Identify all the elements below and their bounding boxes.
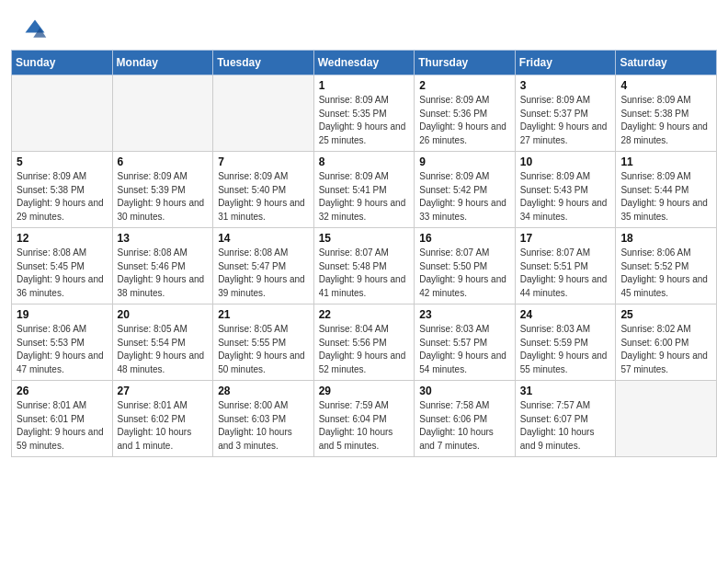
day-info: Sunrise: 8:09 AMSunset: 5:44 PMDaylight:…	[620, 170, 711, 224]
calendar-cell: 17Sunrise: 8:07 AMSunset: 5:51 PMDayligh…	[515, 228, 616, 304]
calendar-cell: 18Sunrise: 8:06 AMSunset: 5:52 PMDayligh…	[616, 228, 717, 304]
calendar-cell: 12Sunrise: 8:08 AMSunset: 5:45 PMDayligh…	[12, 228, 113, 304]
calendar-cell	[112, 75, 213, 152]
calendar-cell: 13Sunrise: 8:08 AMSunset: 5:46 PMDayligh…	[112, 228, 213, 304]
calendar-cell: 23Sunrise: 8:03 AMSunset: 5:57 PMDayligh…	[415, 304, 516, 381]
day-number: 21	[218, 308, 309, 321]
day-info: Sunrise: 8:06 AMSunset: 5:52 PMDaylight:…	[620, 247, 711, 300]
calendar-cell: 4Sunrise: 8:09 AMSunset: 5:38 PMDaylight…	[616, 75, 717, 152]
calendar-cell: 1Sunrise: 8:09 AMSunset: 5:35 PMDaylight…	[313, 75, 415, 152]
day-number: 17	[520, 232, 611, 245]
calendar-cell	[213, 75, 314, 152]
calendar-wrapper: SundayMondayTuesdayWednesdayThursdayFrid…	[0, 50, 728, 468]
day-number: 24	[520, 308, 611, 321]
day-info: Sunrise: 7:58 AMSunset: 6:06 PMDaylight:…	[419, 399, 510, 453]
day-info: Sunrise: 8:03 AMSunset: 5:57 PMDaylight:…	[419, 323, 510, 376]
day-info: Sunrise: 8:09 AMSunset: 5:41 PMDaylight:…	[319, 170, 410, 224]
day-info: Sunrise: 8:08 AMSunset: 5:47 PMDaylight:…	[218, 247, 309, 300]
day-info: Sunrise: 8:05 AMSunset: 5:54 PMDaylight:…	[118, 323, 209, 376]
weekday-header-monday: Monday	[112, 51, 213, 75]
day-number: 29	[319, 385, 410, 397]
calendar-cell: 16Sunrise: 8:07 AMSunset: 5:50 PMDayligh…	[415, 228, 516, 304]
day-info: Sunrise: 8:08 AMSunset: 5:46 PMDaylight:…	[118, 247, 209, 300]
week-row-5: 26Sunrise: 8:01 AMSunset: 6:01 PMDayligh…	[12, 381, 717, 457]
week-row-4: 19Sunrise: 8:06 AMSunset: 5:53 PMDayligh…	[12, 304, 717, 381]
day-info: Sunrise: 8:08 AMSunset: 5:45 PMDaylight:…	[17, 247, 108, 300]
calendar-header: SundayMondayTuesdayWednesdayThursdayFrid…	[12, 51, 717, 75]
weekday-header-row: SundayMondayTuesdayWednesdayThursdayFrid…	[12, 51, 717, 75]
weekday-header-wednesday: Wednesday	[313, 51, 415, 75]
weekday-header-tuesday: Tuesday	[213, 51, 314, 75]
day-number: 3	[520, 79, 611, 92]
weekday-header-sunday: Sunday	[12, 51, 113, 75]
day-number: 14	[218, 232, 309, 245]
day-number: 8	[319, 155, 410, 168]
page: SundayMondayTuesdayWednesdayThursdayFrid…	[0, 0, 728, 563]
day-info: Sunrise: 8:05 AMSunset: 5:55 PMDaylight:…	[218, 323, 309, 376]
day-number: 31	[520, 385, 611, 397]
logo-icon	[22, 17, 48, 42]
day-info: Sunrise: 8:09 AMSunset: 5:35 PMDaylight:…	[319, 94, 410, 147]
calendar-cell: 20Sunrise: 8:05 AMSunset: 5:54 PMDayligh…	[112, 304, 213, 381]
day-info: Sunrise: 8:07 AMSunset: 5:48 PMDaylight:…	[319, 247, 410, 300]
day-info: Sunrise: 8:09 AMSunset: 5:38 PMDaylight:…	[620, 94, 711, 147]
day-number: 18	[620, 232, 711, 245]
day-number: 10	[520, 155, 611, 168]
day-number: 25	[620, 308, 711, 321]
day-number: 26	[17, 385, 108, 397]
day-info: Sunrise: 8:09 AMSunset: 5:40 PMDaylight:…	[218, 170, 309, 224]
day-number: 7	[218, 155, 309, 168]
calendar-cell	[12, 75, 113, 152]
day-info: Sunrise: 7:59 AMSunset: 6:04 PMDaylight:…	[319, 399, 410, 453]
calendar-cell: 31Sunrise: 7:57 AMSunset: 6:07 PMDayligh…	[515, 381, 616, 457]
calendar-cell: 21Sunrise: 8:05 AMSunset: 5:55 PMDayligh…	[213, 304, 314, 381]
weekday-header-saturday: Saturday	[616, 51, 717, 75]
day-number: 30	[419, 385, 510, 397]
day-number: 27	[118, 385, 209, 397]
day-info: Sunrise: 7:57 AMSunset: 6:07 PMDaylight:…	[520, 399, 611, 453]
day-info: Sunrise: 8:07 AMSunset: 5:51 PMDaylight:…	[520, 247, 611, 300]
calendar-cell: 8Sunrise: 8:09 AMSunset: 5:41 PMDaylight…	[313, 152, 415, 228]
calendar-cell: 30Sunrise: 7:58 AMSunset: 6:06 PMDayligh…	[415, 381, 516, 457]
day-number: 6	[118, 155, 209, 168]
calendar-cell: 14Sunrise: 8:08 AMSunset: 5:47 PMDayligh…	[213, 228, 314, 304]
day-info: Sunrise: 8:02 AMSunset: 6:00 PMDaylight:…	[620, 323, 711, 376]
calendar-cell: 29Sunrise: 7:59 AMSunset: 6:04 PMDayligh…	[313, 381, 415, 457]
calendar-cell: 10Sunrise: 8:09 AMSunset: 5:43 PMDayligh…	[515, 152, 616, 228]
day-number: 22	[319, 308, 410, 321]
day-number: 16	[419, 232, 510, 245]
day-info: Sunrise: 8:09 AMSunset: 5:43 PMDaylight:…	[520, 170, 611, 224]
calendar-body: 1Sunrise: 8:09 AMSunset: 5:35 PMDaylight…	[12, 75, 717, 457]
day-number: 23	[419, 308, 510, 321]
calendar-table: SundayMondayTuesdayWednesdayThursdayFrid…	[11, 50, 717, 457]
calendar-cell: 22Sunrise: 8:04 AMSunset: 5:56 PMDayligh…	[313, 304, 415, 381]
calendar-cell: 9Sunrise: 8:09 AMSunset: 5:42 PMDaylight…	[415, 152, 516, 228]
calendar-cell	[616, 381, 717, 457]
day-number: 19	[17, 308, 108, 321]
weekday-header-thursday: Thursday	[415, 51, 516, 75]
calendar-cell: 5Sunrise: 8:09 AMSunset: 5:38 PMDaylight…	[12, 152, 113, 228]
day-info: Sunrise: 8:00 AMSunset: 6:03 PMDaylight:…	[218, 399, 309, 453]
day-info: Sunrise: 8:09 AMSunset: 5:36 PMDaylight:…	[419, 94, 510, 147]
weekday-header-friday: Friday	[515, 51, 616, 75]
day-info: Sunrise: 8:01 AMSunset: 6:02 PMDaylight:…	[118, 399, 209, 453]
day-number: 15	[319, 232, 410, 245]
calendar-cell: 15Sunrise: 8:07 AMSunset: 5:48 PMDayligh…	[313, 228, 415, 304]
day-info: Sunrise: 8:09 AMSunset: 5:42 PMDaylight:…	[419, 170, 510, 224]
calendar-cell: 19Sunrise: 8:06 AMSunset: 5:53 PMDayligh…	[12, 304, 113, 381]
calendar-cell: 6Sunrise: 8:09 AMSunset: 5:39 PMDaylight…	[112, 152, 213, 228]
calendar-cell: 25Sunrise: 8:02 AMSunset: 6:00 PMDayligh…	[616, 304, 717, 381]
calendar-cell: 27Sunrise: 8:01 AMSunset: 6:02 PMDayligh…	[112, 381, 213, 457]
day-info: Sunrise: 8:06 AMSunset: 5:53 PMDaylight:…	[17, 323, 108, 376]
calendar-cell: 2Sunrise: 8:09 AMSunset: 5:36 PMDaylight…	[415, 75, 516, 152]
day-number: 12	[17, 232, 108, 245]
day-number: 9	[419, 155, 510, 168]
day-number: 1	[319, 79, 410, 92]
day-number: 5	[17, 155, 108, 168]
logo	[22, 17, 51, 42]
header	[0, 0, 728, 50]
day-info: Sunrise: 8:09 AMSunset: 5:39 PMDaylight:…	[118, 170, 209, 224]
calendar-cell: 11Sunrise: 8:09 AMSunset: 5:44 PMDayligh…	[616, 152, 717, 228]
day-number: 20	[118, 308, 209, 321]
calendar-cell: 28Sunrise: 8:00 AMSunset: 6:03 PMDayligh…	[213, 381, 314, 457]
